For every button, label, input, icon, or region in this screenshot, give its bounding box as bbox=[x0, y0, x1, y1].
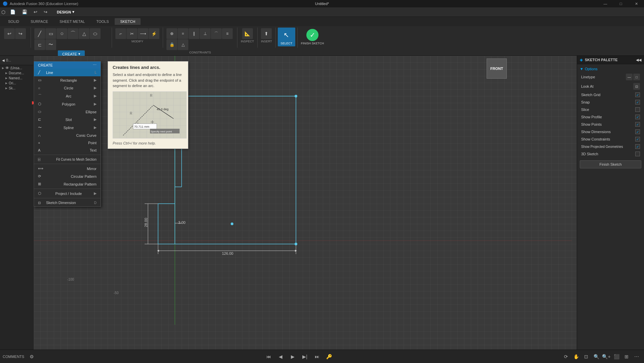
showprofile-checkbox[interactable] bbox=[635, 115, 640, 119]
tab-solid[interactable]: SOLID bbox=[3, 18, 25, 25]
tab-sketch[interactable]: SKETCH bbox=[115, 18, 141, 25]
tree-arrow-sk: ▶ bbox=[5, 87, 7, 90]
snap-checkbox[interactable] bbox=[635, 100, 640, 105]
modify-extend-btn[interactable]: ⟶ bbox=[138, 28, 148, 39]
showpoints-checkbox[interactable] bbox=[635, 122, 640, 127]
settings-btn[interactable]: ⚙ bbox=[27, 352, 36, 361]
play-start-btn[interactable]: ⏮ bbox=[264, 352, 273, 361]
linetype-expand-btn[interactable]: □ bbox=[633, 74, 640, 80]
view-zoom-in-btn[interactable]: 🔍+ bbox=[602, 352, 611, 361]
menu-item-ellipse[interactable]: ⬭ Ellipse bbox=[34, 108, 101, 116]
undo-btn[interactable]: ↩ bbox=[31, 8, 40, 15]
view-display-btn[interactable]: ⬛ bbox=[612, 352, 621, 361]
maximize-btn[interactable]: □ bbox=[613, 0, 629, 7]
menu-item-point[interactable]: + Point bbox=[34, 139, 101, 147]
lookat-btn[interactable]: ⊡ bbox=[633, 83, 640, 90]
menu-item-line[interactable]: ╱ Line L bbox=[34, 69, 101, 76]
finish-sketch-palette-btn[interactable]: Finish Sketch bbox=[580, 160, 641, 168]
expand-icon[interactable]: ◀ bbox=[2, 58, 5, 62]
constraint-fix-btn[interactable]: △ bbox=[178, 39, 188, 50]
menu-item-circle-arrow: ▶ bbox=[94, 86, 97, 90]
menu-item-conic[interactable]: ∩ Conic Curve bbox=[34, 132, 101, 139]
play-end-btn[interactable]: ⏭ bbox=[312, 352, 322, 361]
menu-item-circular-pattern[interactable]: ⟳ Circular Pattern bbox=[34, 172, 101, 180]
view-zoom-fit-btn[interactable]: ⊡ bbox=[581, 352, 591, 361]
play-prev-btn[interactable]: ◀ bbox=[276, 352, 286, 361]
view-orbit-btn[interactable]: ⟳ bbox=[561, 352, 571, 361]
view-zoom-btn[interactable]: 🔍 bbox=[592, 352, 601, 361]
menu-item-fit-curves[interactable]: ⌸ Fit Curves to Mesh Section bbox=[34, 156, 101, 163]
menu-item-sketch-dim[interactable]: ⊡ Sketch Dimension D bbox=[34, 199, 101, 206]
view-pan-btn[interactable]: ✋ bbox=[571, 352, 581, 361]
inspect-measure-btn[interactable]: 📐 bbox=[242, 28, 253, 39]
modify-trim-btn[interactable]: ✂ bbox=[126, 28, 137, 39]
showdims-checkbox[interactable] bbox=[635, 129, 640, 134]
redo-toolbar-btn[interactable]: ↪ bbox=[15, 28, 26, 39]
modify-fillet-btn[interactable]: ⌐ bbox=[115, 28, 126, 39]
view-cube[interactable]: FRONT bbox=[487, 58, 507, 79]
create-arc-btn[interactable]: ⌒ bbox=[68, 28, 78, 39]
tab-surface[interactable]: SURFACE bbox=[25, 18, 53, 25]
create-menu-more[interactable]: ⋯ bbox=[93, 63, 97, 67]
tree-item-named[interactable]: ▶ Named... bbox=[0, 76, 33, 81]
insert-btn[interactable]: ⬆ bbox=[261, 28, 272, 39]
menu-item-spline[interactable]: 〜 Spline ▶ bbox=[34, 123, 101, 132]
constraint-parallel-btn[interactable]: ∥ bbox=[189, 28, 199, 39]
tab-sheet-metal[interactable]: SHEET METAL bbox=[54, 18, 90, 25]
view-more-btn[interactable]: ⋯ bbox=[632, 352, 641, 361]
menu-item-text[interactable]: A Text bbox=[34, 147, 101, 154]
tab-tools[interactable]: TOOLS bbox=[91, 18, 114, 25]
create-slot-btn[interactable]: ⊏ bbox=[34, 39, 45, 50]
redo-btn[interactable]: ↪ bbox=[41, 8, 50, 15]
fit-curves-icon: ⌸ bbox=[38, 157, 43, 161]
select-toolbar-btn[interactable]: ↖ SELECT bbox=[278, 28, 295, 46]
menu-item-project[interactable]: ⬡ Project / Include ▶ bbox=[34, 190, 101, 197]
tree-item-origin[interactable]: ▶ Ori... bbox=[0, 81, 33, 86]
close-btn[interactable]: ✕ bbox=[629, 0, 644, 7]
menu-item-slot[interactable]: ⊏ Slot ▶ bbox=[34, 116, 101, 123]
canvas-area[interactable]: 126.00 28.00 3.00 -100 -50 FRONT CREATE … bbox=[34, 56, 577, 350]
constraint-tangent-btn[interactable]: ⌒ bbox=[211, 28, 222, 39]
minimize-btn[interactable]: — bbox=[598, 0, 613, 7]
save-btn[interactable]: 💾 bbox=[19, 8, 30, 15]
view-grid-btn[interactable]: ⊞ bbox=[622, 352, 631, 361]
menu-item-rectangle[interactable]: ▭ Rectangle ▶ bbox=[34, 76, 101, 84]
showconstr-checkbox[interactable] bbox=[635, 137, 640, 142]
menu-item-rect-pattern[interactable]: ⊞ Rectangular Pattern bbox=[34, 180, 101, 188]
play-btn[interactable]: ▶ bbox=[288, 352, 298, 361]
create-ellipse-btn[interactable]: ⬭ bbox=[90, 28, 101, 39]
constraint-lock-btn[interactable]: 🔒 bbox=[166, 39, 177, 50]
modify-break-btn[interactable]: ⚡ bbox=[149, 28, 159, 39]
palette-3dsketch-row: 3D Sketch bbox=[577, 150, 644, 158]
menu-item-rect-pattern-label: Rectangular Pattern bbox=[64, 182, 97, 186]
create-circle-btn[interactable]: ○ bbox=[56, 28, 67, 39]
create-polygon-btn[interactable]: △ bbox=[79, 28, 89, 39]
sketchgrid-checkbox[interactable] bbox=[635, 92, 640, 97]
create-spline-btn[interactable]: 〜 bbox=[45, 39, 56, 50]
constraint-equal-btn[interactable]: ≡ bbox=[222, 28, 233, 39]
linetype-dropdown-btn[interactable]: — bbox=[626, 74, 633, 80]
menu-item-polygon[interactable]: ⬡ Polygon ▶ bbox=[34, 100, 101, 108]
menu-item-mirror[interactable]: ⟺ Mirror bbox=[34, 165, 101, 172]
menu-item-circle[interactable]: ○ Circle ▶ bbox=[34, 84, 101, 92]
constraint-perp-btn[interactable]: ⊥ bbox=[200, 28, 211, 39]
keyframe-btn[interactable]: 🔑 bbox=[325, 352, 334, 361]
3dsketch-checkbox[interactable] bbox=[635, 152, 640, 156]
constraint-collinear-btn[interactable]: = bbox=[178, 28, 188, 39]
tree-item-sketch[interactable]: ▶ Sk... bbox=[0, 86, 33, 91]
tree-item-document[interactable]: ▶ Docume... bbox=[0, 71, 33, 76]
create-line-btn[interactable]: ╱ bbox=[34, 28, 45, 39]
play-next-btn[interactable]: ▶| bbox=[300, 352, 310, 361]
tree-item-unsaved[interactable]: ▶ 👁 (Unsa... bbox=[0, 65, 33, 71]
new-btn[interactable]: 📄 bbox=[7, 8, 18, 15]
palette-collapse-icon[interactable]: ◀◀ bbox=[636, 58, 641, 62]
slice-checkbox[interactable] bbox=[635, 107, 640, 112]
palette-options-header[interactable]: ▼ Options bbox=[577, 66, 644, 72]
undo-toolbar-btn[interactable]: ↩ bbox=[4, 28, 15, 39]
workspace-selector[interactable]: DESIGN ▾ bbox=[54, 9, 77, 15]
showprojected-checkbox[interactable] bbox=[635, 144, 640, 149]
finish-sketch-toolbar-btn[interactable]: ✓ FINISH SKETCH bbox=[300, 28, 326, 46]
create-rect-btn[interactable]: ▭ bbox=[45, 28, 56, 39]
constraint-coincident-btn[interactable]: ⊕ bbox=[166, 28, 177, 39]
menu-item-arc[interactable]: ⌒ Arc ▶ bbox=[34, 92, 101, 100]
